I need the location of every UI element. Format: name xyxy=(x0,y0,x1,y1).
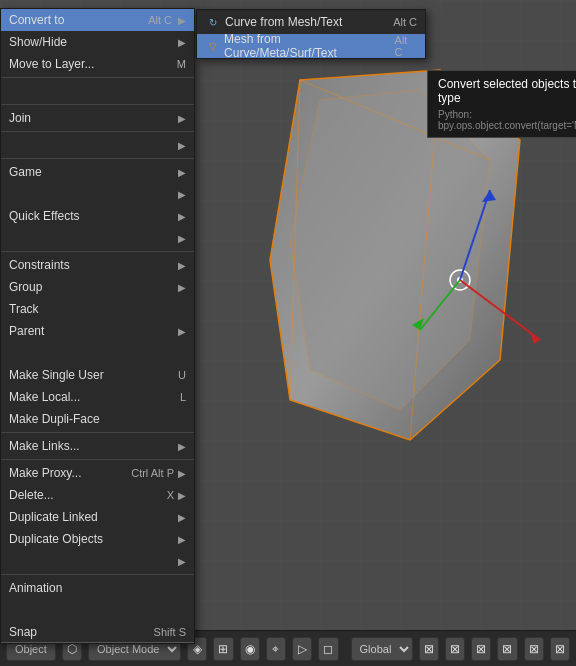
menu-item-game-label: Join xyxy=(9,111,31,125)
transform-arrow-icon: ▶ xyxy=(178,556,186,567)
menu-item-undo-shortcut: Shift S xyxy=(154,626,186,638)
menu-item-make-single-user[interactable]: Constraints ▶ xyxy=(1,254,194,276)
group-arrow-icon: ▶ xyxy=(178,189,186,200)
menu-item-parent[interactable]: ▶ xyxy=(1,227,194,249)
separator-3 xyxy=(1,131,194,132)
menu-item-convert-to[interactable]: Convert to Alt C ▶ xyxy=(1,9,194,31)
clear-arrow-icon: ▶ xyxy=(178,512,186,523)
tooltip-title: Convert selected objects to another type xyxy=(438,77,576,105)
menu-item-make-local-label: Group xyxy=(9,280,42,294)
separator-7 xyxy=(1,459,194,460)
viewport-icon-2[interactable]: ⊞ xyxy=(213,637,233,661)
separator-4 xyxy=(1,158,194,159)
menu-item-convert-to-label: Convert to xyxy=(9,13,64,27)
show-hide-arrow-icon: ▶ xyxy=(178,37,186,48)
tooltip-python: Python: bpy.ops.object.convert(target='M… xyxy=(438,109,576,131)
viewport-icon-12[interactable]: ⊠ xyxy=(550,637,570,661)
viewport-icon-4[interactable]: ⌖ xyxy=(266,637,286,661)
submenu-curve-label: Curve from Mesh/Text xyxy=(225,15,342,29)
menu-item-mirror[interactable]: Duplicate Objects ▶ xyxy=(1,528,194,550)
menu-item-track[interactable]: Quick Effects ▶ xyxy=(1,205,194,227)
menu-item-show-hide-label: Show/Hide xyxy=(9,35,67,49)
menu-item-make-dupli-face-label: Track xyxy=(9,302,39,316)
menu-item-undo[interactable]: Snap Shift S xyxy=(1,621,194,643)
menu-item-snap-label: Make Proxy... xyxy=(9,466,81,480)
viewport-icon-6[interactable]: ◻ xyxy=(318,637,338,661)
menu-item-duplicate-linked[interactable]: Make Local... L xyxy=(1,386,194,408)
curve-icon: ↻ xyxy=(205,14,221,30)
menu-item-make-local[interactable]: Group ▶ xyxy=(1,276,194,298)
submenu-mesh-label: Mesh from Curve/Meta/Surf/Text xyxy=(224,32,387,60)
menu-item-apply[interactable]: Delete... X ▶ xyxy=(1,484,194,506)
viewport-icon-8[interactable]: ⊠ xyxy=(445,637,465,661)
menu-item-make-single-user-label: Constraints xyxy=(9,258,70,272)
menu-item-constraints-label: Game xyxy=(9,165,42,179)
menu-item-redo[interactable] xyxy=(1,599,194,621)
tooltip: Convert selected objects to another type… xyxy=(427,70,576,138)
menu-item-undo-history[interactable]: Animation xyxy=(1,577,194,599)
menu-item-make-links[interactable]: Parent ▶ xyxy=(1,320,194,342)
menu-item-delete[interactable]: Make Single User U xyxy=(1,364,194,386)
make-single-user-arrow-icon: ▶ xyxy=(178,260,186,271)
make-local-arrow-icon: ▶ xyxy=(178,282,186,293)
menu-item-group[interactable]: ▶ xyxy=(1,183,194,205)
viewport-icon-10[interactable]: ⊠ xyxy=(497,637,517,661)
separator-5 xyxy=(1,251,194,252)
menu-item-animation-label: Make Links... xyxy=(9,439,80,453)
menu-item-mirror-label: Duplicate Objects xyxy=(9,532,103,546)
menu-item-constraints[interactable]: Game ▶ xyxy=(1,161,194,183)
snap-arrow-icon: ▶ xyxy=(178,468,186,479)
make-links-arrow-icon: ▶ xyxy=(178,326,186,337)
viewport-icon-3[interactable]: ◉ xyxy=(240,637,260,661)
submenu-item-curve-from-mesh[interactable]: ↻ Curve from Mesh/Text Alt C xyxy=(197,10,425,34)
submenu-mesh-shortcut: Alt C xyxy=(395,34,417,58)
menu-item-track-label: Quick Effects xyxy=(9,209,79,223)
track-arrow-icon: ▶ xyxy=(178,211,186,222)
menu-item-move-to-layer-label: Move to Layer... xyxy=(9,57,94,71)
menu-item-move-to-layer-shortcut: M xyxy=(177,58,186,70)
menu-item-animation[interactable]: Make Links... ▶ xyxy=(1,435,194,457)
convert-to-submenu: ↻ Curve from Mesh/Text Alt C ▽ Mesh from… xyxy=(196,9,426,59)
submenu-curve-shortcut: Alt C xyxy=(393,16,417,28)
menu-item-show-hide[interactable]: Show/Hide ▶ xyxy=(1,31,194,53)
menu-item-make-links-label: Parent xyxy=(9,324,44,338)
constraints-arrow-icon: ▶ xyxy=(178,167,186,178)
menu-item-convert-to-shortcut: Alt C xyxy=(148,14,172,26)
menu-item-make-dupli-face[interactable]: Track xyxy=(1,298,194,320)
animation-arrow-icon: ▶ xyxy=(178,441,186,452)
mesh-icon: ▽ xyxy=(205,38,220,54)
menu-item-undo-history-label: Animation xyxy=(9,581,62,595)
menu-item-quick-effects[interactable]: ▶ xyxy=(1,134,194,156)
menu-item-clear[interactable]: Duplicate Linked ▶ xyxy=(1,506,194,528)
menu-item-transform[interactable]: ▶ xyxy=(1,550,194,572)
menu-item-duplicate-objects[interactable]: Make Dupli-Face xyxy=(1,408,194,430)
parent-arrow-icon: ▶ xyxy=(178,233,186,244)
menu-item-clear-label: Duplicate Linked xyxy=(9,510,98,524)
viewport-icon-9[interactable]: ⊠ xyxy=(471,637,491,661)
game-arrow-icon: ▶ xyxy=(178,113,186,124)
submenu-item-mesh-from-curve[interactable]: ▽ Mesh from Curve/Meta/Surf/Text Alt C xyxy=(197,34,425,58)
menu-item-game[interactable]: Join ▶ xyxy=(1,107,194,129)
menu-item-delete-shortcut: U xyxy=(178,369,186,381)
global-select[interactable]: Global xyxy=(351,637,413,661)
menu-item-apply-label: Delete... xyxy=(9,488,54,502)
context-menu: Convert to Alt C ▶ Show/Hide ▶ Move to L… xyxy=(0,8,195,644)
menu-item-join[interactable] xyxy=(1,80,194,102)
menu-item-duplicate-linked-label: Make Local... xyxy=(9,390,80,404)
separator-6 xyxy=(1,432,194,433)
menu-item-delete-label: Make Single User xyxy=(9,368,104,382)
menu-item-duplicate-linked-shortcut: L xyxy=(180,391,186,403)
mirror-arrow-icon: ▶ xyxy=(178,534,186,545)
convert-to-arrow-icon: ▶ xyxy=(178,15,186,26)
viewport-icon-11[interactable]: ⊠ xyxy=(524,637,544,661)
menu-item-make-proxy[interactable] xyxy=(1,342,194,364)
menu-item-snap-shortcut: Ctrl Alt P xyxy=(131,467,174,479)
viewport-icon-5[interactable]: ▷ xyxy=(292,637,312,661)
menu-item-snap[interactable]: Make Proxy... Ctrl Alt P ▶ xyxy=(1,462,194,484)
menu-item-duplicate-objects-label: Make Dupli-Face xyxy=(9,412,100,426)
menu-item-move-to-layer[interactable]: Move to Layer... M xyxy=(1,53,194,75)
viewport-icon-7[interactable]: ⊠ xyxy=(419,637,439,661)
separator-8 xyxy=(1,574,194,575)
separator-1 xyxy=(1,77,194,78)
separator-2 xyxy=(1,104,194,105)
